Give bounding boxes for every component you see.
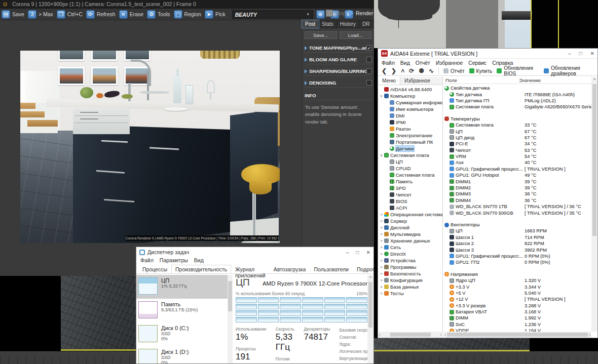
post-section-sharpening/blurring[interactable]: SHARPENING/BLURRING	[304, 68, 372, 76]
tree-item[interactable]: Разгон	[378, 126, 442, 132]
sensor-row[interactable]: DIMM436 °C	[443, 197, 591, 204]
tab-post[interactable]: Post	[302, 20, 319, 28]
tree-item[interactable]: >Сеть	[378, 244, 442, 251]
tree-item[interactable]: ЦП	[378, 158, 442, 165]
nav-back-icon[interactable]: ❮	[382, 67, 387, 74]
menu-вид[interactable]: Вид	[400, 60, 410, 66]
region-button[interactable]: ▢Region	[174, 10, 201, 19]
minimize-button[interactable]: –	[568, 51, 571, 56]
tree-item[interactable]: >Конфигурация	[378, 277, 442, 284]
tab-history[interactable]: History	[337, 20, 359, 28]
sensor-row[interactable]: Батарея VBAT3.168 V	[443, 309, 591, 315]
zoom-in-button[interactable]: ⊕	[316, 10, 327, 19]
tree-item[interactable]: vКомпьютер	[378, 93, 442, 99]
tree-item[interactable]: >Хранение данных	[378, 237, 442, 244]
erase-button[interactable]: ✕Erase	[119, 10, 143, 19]
menu-параметры[interactable]: Параметры	[160, 257, 188, 265]
tree-item[interactable]: >Операционная система	[378, 211, 442, 218]
отч-т-button[interactable]: Отчёт	[443, 68, 465, 74]
post-section-checkbox[interactable]	[366, 68, 372, 74]
post-section-denoising[interactable]: DENOISING	[304, 79, 372, 88]
sensor-row[interactable]: Ядро ЦП1.320 V	[443, 277, 591, 284]
taskmgr-title-bar[interactable]: Диспетчер задач –□✕	[136, 247, 373, 257]
tree-item[interactable]: DMI	[378, 112, 442, 119]
user-icon[interactable]: ⚉	[419, 67, 424, 74]
tree-item[interactable]: ACPI	[378, 205, 442, 211]
tree-item[interactable]: SPD	[378, 185, 442, 191]
post-section-checkbox[interactable]: ✓	[366, 45, 372, 51]
sensor-row[interactable]: Системная плата33 °C	[443, 122, 591, 128]
tree-item[interactable]: Суммарная информация	[378, 99, 442, 106]
maximize-button[interactable]: □	[579, 51, 582, 56]
sensor-row[interactable]: DIMM239 °C	[443, 185, 591, 191]
sensor-row[interactable]: +3.3 V3.344 V	[443, 284, 591, 290]
sensor-row[interactable]: Шасси 1714 RPM	[443, 234, 591, 240]
post-section-checkbox[interactable]	[366, 57, 372, 62]
menu-избранное[interactable]: Избранное	[436, 60, 463, 66]
sensor-row[interactable]: Тип датчика ГПPMLog (ADL2)	[443, 98, 591, 104]
minimize-button[interactable]: –	[346, 250, 349, 255]
tab-пользователи[interactable]: Пользователи	[310, 265, 353, 273]
taskmgr-scrollbar[interactable]: ˄	[367, 275, 373, 363]
post-section-bloom[interactable]: BLOOM AND GLARE	[304, 56, 372, 64]
column-header-value[interactable]: Значение	[519, 77, 541, 83]
tree-item[interactable]: >Сервер	[378, 218, 442, 224]
tree-item[interactable]: >Безопасность	[378, 270, 442, 277]
sensor-row[interactable]: Шасси 2822 RPM	[443, 240, 591, 247]
sidebar-item-диск-0-c-[interactable]: Диск 0 (C:)SSD0%	[136, 322, 228, 346]
sensor-row[interactable]: WD_BLACK SN770 1TB[ TRIAL VERSION ] / 36…	[443, 204, 591, 210]
tree-item[interactable]: >Дисплей	[378, 224, 442, 231]
left-tab-меню[interactable]: Меню	[378, 77, 400, 85]
post-save-button[interactable]: Save...	[305, 31, 337, 39]
sensor-row[interactable]: Тип датчикаITE IT8689E (ISA A40h)	[443, 91, 591, 97]
aida-title-bar[interactable]: 64 AIDA64 Extreme [ TRIAL VERSION ] –□✕	[378, 49, 597, 59]
sensor-row[interactable]: +12 V[ TRIAL VERSION ]	[443, 296, 591, 302]
corona-title-bar[interactable]: ☺ Corona 9 | 1200×900px (1:1) | Camera: …	[0, 0, 374, 9]
tools-button[interactable]: ⚙Tools	[147, 10, 170, 19]
save-button[interactable]: ▤Save	[2, 10, 24, 19]
aida-tree-hscrollbar[interactable]: ‹›	[378, 332, 443, 338]
sensor-row[interactable]: GPU1: Графический процесс...0 RPM (0%)	[443, 253, 591, 259]
nav-forward-icon[interactable]: ❯	[391, 67, 396, 74]
aida-sensor-vscrollbar[interactable]: ˄	[591, 77, 597, 332]
sidebar-item-память[interactable]: Память9,3/63,1 ГБ (15%)	[136, 299, 228, 322]
купить-button[interactable]: Купить	[469, 68, 493, 74]
sensor-row[interactable]: ЦП1663 RPM	[443, 228, 591, 234]
post-section-checkbox[interactable]	[366, 80, 372, 86]
stop-button[interactable]: Stop	[326, 10, 346, 17]
tree-item[interactable]: >Тесты	[378, 290, 442, 297]
tree-item[interactable]: >Устройства	[378, 257, 442, 264]
обновления-драйверов-button[interactable]: Обновления драйверов	[544, 65, 597, 76]
aida-sensor-hscrollbar[interactable]: ‹›	[443, 332, 591, 338]
tree-item[interactable]: Датчики	[378, 145, 442, 152]
column-header-field[interactable]: Поле	[443, 77, 519, 83]
sidebar-item-диск-1-d-[interactable]: Диск 1 (D:)SSD0%	[136, 346, 228, 363]
-max-button[interactable]: 3> Max	[28, 10, 53, 19]
sensor-row[interactable]: PCI-E34 °C	[443, 141, 591, 147]
tree-item[interactable]: Портативный ПК	[378, 139, 442, 145]
tree-item[interactable]: IPMI	[378, 119, 442, 126]
menu-сервис[interactable]: Сервис	[468, 60, 487, 66]
sensor-row[interactable]: DIMM338 °C	[443, 191, 591, 197]
tab-журнал приложений[interactable]: Журнал приложений	[231, 265, 270, 273]
tab-подробности[interactable]: Подробности	[353, 265, 374, 273]
sensor-row[interactable]: VRM54 °C	[443, 153, 591, 159]
sensor-row[interactable]: SoC1.236 V	[443, 321, 591, 328]
taskmgr-sidebar-scrollbar[interactable]	[228, 275, 233, 363]
tree-item[interactable]: Память	[378, 178, 442, 185]
menu-отчёт[interactable]: Отчёт	[416, 60, 430, 66]
tree-item[interactable]: Чипсет	[378, 191, 442, 198]
menu-справка[interactable]: Справка	[492, 60, 513, 66]
post-section-tone[interactable]: TONE MAPPINGPhys...amera✓	[304, 45, 372, 53]
menu-вид[interactable]: Вид	[194, 257, 204, 265]
close-button[interactable]: ✕	[590, 51, 594, 56]
sensor-row[interactable]: VDDP1.164 V	[443, 328, 591, 332]
tree-item[interactable]: >DirectX	[378, 251, 442, 257]
sensor-row[interactable]: Системная платаGigabyte A620/B650/X670 S…	[443, 104, 591, 110]
tree-item[interactable]: >Мультимедиа	[378, 231, 442, 237]
tree-item[interactable]: >Программы	[378, 264, 442, 270]
sensor-row[interactable]: +5 V5.040 V	[443, 290, 591, 296]
ctrl-c-button[interactable]: ❐Ctrl+C	[57, 10, 83, 19]
pick-button[interactable]: ➤Pick	[205, 10, 226, 19]
sensor-row[interactable]: Чипсет53 °C	[443, 147, 591, 153]
